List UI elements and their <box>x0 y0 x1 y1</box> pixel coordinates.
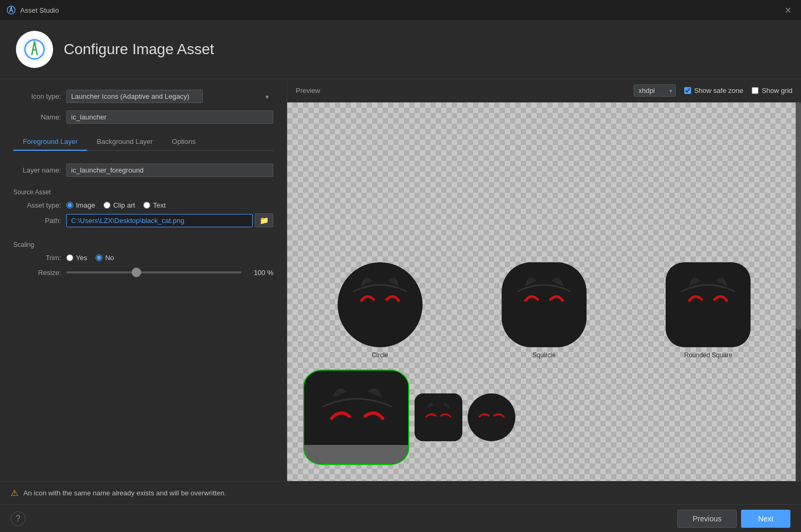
icon-type-label: Icon type: <box>13 92 61 100</box>
preview-label: Preview <box>296 87 320 95</box>
dpi-select-wrapper: xhdpi mdpi hdpi xxhdpi xxxhdpi <box>634 84 676 97</box>
name-input[interactable] <box>66 110 273 124</box>
icon-cell-adaptive <box>303 370 409 465</box>
resize-slider-container <box>66 267 242 278</box>
warning-text: An icon with the same name already exist… <box>23 489 226 497</box>
left-panel: Icon type: Launcher Icons (Adaptive and … <box>0 79 287 481</box>
asset-type-row: Asset type: Image Clip art Text <box>13 201 273 209</box>
resize-row: Resize: 100 % <box>13 267 273 278</box>
name-row: Name: <box>13 110 273 124</box>
next-button[interactable]: Next <box>741 510 790 528</box>
header-logo <box>16 31 53 68</box>
scaling-section: Scaling Trim: Yes No Resize: <box>13 237 273 278</box>
bottom-bar: ? Previous Next <box>0 504 801 532</box>
titlebar: Asset Studio ✕ <box>0 0 801 20</box>
icon-type-select[interactable]: Launcher Icons (Adaptive and Legacy) <box>66 90 203 103</box>
radio-image-label: Image <box>76 201 95 209</box>
folder-browse-button[interactable]: 📁 <box>255 213 273 227</box>
icon-adaptive <box>303 370 409 465</box>
radio-image[interactable]: Image <box>66 201 95 209</box>
tab-background[interactable]: Background Layer <box>87 133 162 151</box>
svg-rect-7 <box>304 445 409 465</box>
trim-label: Trim: <box>13 254 61 262</box>
help-button[interactable]: ? <box>11 511 25 526</box>
source-asset-section: Source Asset Asset type: Image Clip art <box>13 184 273 227</box>
icon-type-row: Icon type: Launcher Icons (Adaptive and … <box>13 90 273 103</box>
app-icon <box>6 5 16 15</box>
right-panel: Preview xhdpi mdpi hdpi xxhdpi xxxhdpi S… <box>287 79 801 481</box>
asset-type-label: Asset type: <box>13 201 61 209</box>
svg-rect-4 <box>502 262 587 347</box>
radio-clipart-label: Clip art <box>113 201 135 209</box>
name-label: Name: <box>13 113 61 121</box>
tabs: Foreground Layer Background Layer Option… <box>13 133 273 151</box>
preview-scrollbar-thumb[interactable] <box>796 102 801 330</box>
radio-text[interactable]: Text <box>143 201 166 209</box>
dpi-select[interactable]: xhdpi mdpi hdpi xxhdpi xxxhdpi <box>634 84 676 97</box>
trim-no[interactable]: No <box>96 254 114 262</box>
icon-cell-rounded-square: Rounded Square <box>660 257 756 364</box>
trim-row: Trim: Yes No <box>13 254 273 262</box>
svg-point-9 <box>468 394 515 441</box>
icon-rounded-square-label: Rounded Square <box>684 351 733 359</box>
header: Configure Image Asset <box>0 20 801 79</box>
trim-yes[interactable]: Yes <box>66 254 87 262</box>
trim-yes-label: Yes <box>76 254 87 262</box>
show-grid-label: Show grid <box>762 87 793 95</box>
page-title: Configure Image Asset <box>64 41 214 58</box>
path-input-wrapper: 📁 <box>66 213 273 227</box>
layer-name-row: Layer name: <box>13 164 273 177</box>
icon-row-top: Circle <box>298 113 790 364</box>
layer-name-label: Layer name: <box>13 166 61 174</box>
asset-type-radio-group: Image Clip art Text <box>66 201 166 209</box>
svg-point-3 <box>339 263 421 346</box>
main-content: Icon type: Launcher Icons (Adaptive and … <box>0 79 801 481</box>
preview-canvas: Circle <box>287 102 801 481</box>
close-button[interactable]: ✕ <box>781 4 795 16</box>
nav-buttons: Previous Next <box>677 510 790 528</box>
layer-name-input[interactable] <box>66 164 273 177</box>
warning-bar: ⚠ An icon with the same name already exi… <box>0 481 801 504</box>
previous-button[interactable]: Previous <box>677 510 737 528</box>
radio-text-label: Text <box>153 201 166 209</box>
path-input[interactable] <box>66 214 253 227</box>
show-grid-checkbox[interactable]: Show grid <box>752 87 793 95</box>
icon-squircle-label: Squircle <box>532 351 555 359</box>
icon-small-square <box>415 393 462 441</box>
icon-rounded-square <box>666 262 751 347</box>
preview-header: Preview xhdpi mdpi hdpi xxhdpi xxxhdpi S… <box>287 79 801 102</box>
tab-foreground[interactable]: Foreground Layer <box>13 133 87 151</box>
resize-slider-track <box>66 271 242 273</box>
icon-cell-circle: Circle <box>332 257 428 364</box>
show-safe-zone-checkbox[interactable]: Show safe zone <box>684 87 744 95</box>
path-row: Path: 📁 <box>13 213 273 227</box>
icon-row-bottom <box>298 370 790 470</box>
show-safe-zone-label: Show safe zone <box>694 87 744 95</box>
trim-no-label: No <box>105 254 114 262</box>
radio-clipart[interactable]: Clip art <box>104 201 135 209</box>
preview-scrollbar[interactable] <box>796 102 801 481</box>
app-title: Asset Studio <box>20 6 59 14</box>
resize-label: Resize: <box>13 269 61 277</box>
icon-squircle <box>502 262 587 347</box>
icon-circle <box>338 262 423 347</box>
trim-radio-group: Yes No <box>66 254 114 262</box>
tab-options[interactable]: Options <box>162 133 205 151</box>
icon-circle-label: Circle <box>372 351 388 359</box>
icon-type-select-wrapper: Launcher Icons (Adaptive and Legacy) <box>66 90 273 103</box>
icon-small-circle <box>468 393 515 441</box>
icon-cell-squircle: Squircle <box>496 257 592 364</box>
svg-rect-5 <box>666 262 751 347</box>
icon-preview-area: Circle <box>298 113 790 470</box>
titlebar-left: Asset Studio <box>6 5 59 15</box>
icon-cell-small-group <box>415 393 462 441</box>
svg-rect-8 <box>415 393 462 441</box>
source-asset-label: Source Asset <box>13 188 273 196</box>
resize-value: 100 % <box>247 269 273 277</box>
scaling-label: Scaling <box>13 241 273 248</box>
path-label: Path: <box>13 217 61 225</box>
warning-icon: ⚠ <box>11 488 18 498</box>
